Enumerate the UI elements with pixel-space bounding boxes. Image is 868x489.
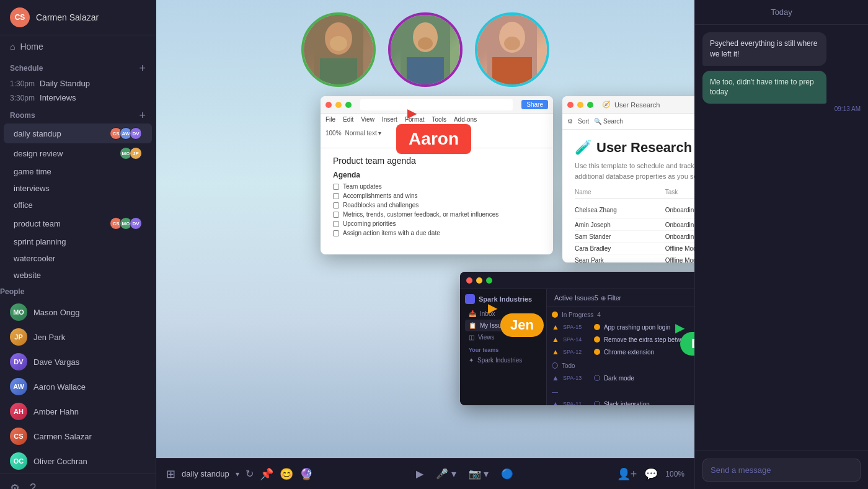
rooms-section-header: Rooms +	[0, 105, 156, 123]
notion-description: Use this template to schedule and track …	[575, 161, 694, 181]
notion-row-5: Sean Park Offline Mode February 4, 2022 …	[575, 254, 694, 262]
status-dot-3	[594, 349, 600, 355]
settings-icon[interactable]: ⚙	[10, 482, 20, 489]
room-name-product-team: product team	[14, 219, 61, 228]
avatar-mason: MO	[10, 303, 27, 321]
notion-breadcrumb: 🧭	[602, 101, 611, 109]
priority-icon-1: ▲	[552, 323, 559, 331]
play-button[interactable]: ▶	[416, 468, 423, 480]
notion-toolbar-search[interactable]: 🔍 Search	[594, 118, 622, 125]
refresh-icon[interactable]: ↻	[246, 468, 254, 480]
room-name-design-review: design review	[14, 149, 63, 158]
cursor-aaron: ▶	[407, 105, 417, 120]
agenda-item-4: Metrics, trends, customer feedback, or m…	[333, 211, 541, 218]
minimize-dot	[335, 102, 342, 108]
bottom-bar: ⊞ daily standup ▾ ↻ 📌 😊 🔮 ▶ 🎤 ▾ 📷 ▾ 🔵 👤+…	[156, 458, 694, 489]
agenda-item-2: Accomplishments and wins	[333, 192, 541, 199]
participant-2	[388, 12, 463, 87]
room-sprint-planning[interactable]: sprint planning	[4, 233, 152, 250]
add-schedule-button[interactable]: +	[139, 63, 146, 74]
room-name-game-time: game time	[14, 167, 51, 176]
room-website[interactable]: website	[4, 267, 152, 284]
menu-tools[interactable]: Tools	[432, 116, 446, 123]
screen-share-button[interactable]: 🔵	[501, 468, 513, 480]
chat-panel: Today Psyched everything is still where …	[694, 0, 868, 489]
menu-addons[interactable]: Add-ons	[454, 116, 477, 123]
person-oliver[interactable]: OC Oliver Cochran	[0, 449, 156, 473]
room-name-daily-standup: daily standup	[14, 129, 61, 138]
another-icon[interactable]: 🔮	[299, 467, 313, 481]
person-mason[interactable]: MO Mason Ongg	[0, 300, 156, 325]
participant-3	[475, 12, 549, 87]
avatar-amber: AH	[10, 403, 27, 420]
main-content: Share File Edit View Insert Format Tools…	[156, 0, 694, 489]
gdoc-content: Product team agenda Agenda Team updates …	[321, 148, 553, 246]
share-button[interactable]: Share	[521, 100, 548, 109]
schedule-item-standup[interactable]: 1:30pm Daily Standup	[0, 76, 156, 91]
room-office[interactable]: office	[4, 197, 152, 213]
message-time: 09:13 AM	[702, 105, 861, 112]
add-person-icon[interactable]: 👤+	[617, 467, 637, 481]
name-amber: Amber Hahn	[33, 407, 79, 416]
menu-insert[interactable]: Insert	[382, 116, 397, 123]
person-amber[interactable]: AH Amber Hahn	[0, 399, 156, 424]
standup-name: Daily Standup	[40, 79, 90, 88]
spark-icon: ✦	[469, 357, 474, 364]
window-gdoc: Share File Edit View Insert Format Tools…	[321, 96, 553, 254]
user-avatar: CS	[10, 7, 30, 27]
person-jen[interactable]: JP Jen Park	[0, 325, 156, 349]
linear-workspace-name: Spark Industries	[465, 294, 541, 304]
notion-toolbar-sort[interactable]: Sort	[578, 118, 589, 125]
window-linear: Spark Industries 📥 Inbox 📋 My Issues	[460, 272, 694, 405]
room-interviews[interactable]: interviews	[4, 180, 152, 197]
issue-spa15[interactable]: ▲ SPA-15 App crashing upon login Jan 6	[547, 321, 694, 333]
current-room-label: daily standup	[182, 469, 229, 478]
schedule-label: Schedule	[10, 64, 43, 73]
linear-sidebar-spark[interactable]: ✦ Spark Industries	[465, 354, 541, 366]
menu-view[interactable]: View	[361, 116, 374, 123]
rooms-label: Rooms	[10, 111, 35, 120]
chat-icon[interactable]: 💬	[644, 467, 658, 481]
notion-page-title: 🧪 User Research	[575, 140, 694, 156]
meeting-background: Share File Edit View Insert Format Tools…	[156, 0, 694, 458]
pin-icon[interactable]: 📌	[260, 467, 273, 481]
person-aaron[interactable]: AW Aaron Wallace	[0, 374, 156, 399]
room-watercooler[interactable]: watercooler	[4, 250, 152, 267]
room-game-time[interactable]: game time	[4, 163, 152, 180]
emoji-icon[interactable]: 😊	[280, 467, 293, 481]
avatar-jen: JP	[10, 328, 27, 346]
person-carmen[interactable]: CS Carmen Salazar	[0, 424, 156, 449]
nav-home[interactable]: ⌂ Home	[0, 35, 156, 58]
issue-spa12[interactable]: ▲ SPA-12 Chrome extension Jan 6	[547, 346, 694, 358]
menu-edit[interactable]: Edit	[343, 116, 353, 123]
room-daily-standup[interactable]: daily standup CS AW DV	[4, 123, 152, 143]
menu-file[interactable]: File	[326, 116, 335, 123]
schedule-item-interviews[interactable]: 3:30pm Interviews	[0, 91, 156, 105]
issue-spa14[interactable]: ▲ SPA-14 Remove the extra step between G…	[547, 333, 694, 346]
room-chevron-icon[interactable]: ▾	[236, 470, 239, 478]
name-aaron: Aaron Wallace	[33, 382, 86, 392]
add-room-button[interactable]: +	[139, 110, 146, 121]
todo-icon	[552, 362, 558, 369]
window-notion: 🧭 User Research Share ⋯ ⚙ Sort 🔍 Search …	[562, 96, 694, 262]
svg-rect-10	[492, 57, 532, 84]
camera-button[interactable]: 📷 ▾	[469, 468, 489, 480]
name-jen: Jen Park	[33, 333, 65, 342]
mic-button[interactable]: 🎤 ▾	[436, 468, 456, 480]
svg-rect-6	[407, 57, 444, 84]
url-bar	[360, 99, 513, 110]
linear-sidebar: Spark Industries 📥 Inbox 📋 My Issues	[460, 289, 547, 405]
issue-spa13[interactable]: ▲ SPA-13 Dark mode Jan 6	[547, 372, 694, 384]
person-dave[interactable]: DV Dave Vargas	[0, 349, 156, 374]
notion-row-1: Chelsea Zhang Onboarding Flow January 14…	[575, 201, 694, 219]
gdoc-title: Product team agenda	[333, 156, 541, 166]
room-name-interviews: interviews	[14, 184, 50, 193]
grid-icon[interactable]: ⊞	[166, 467, 175, 481]
agenda-item-1: Team updates	[333, 183, 541, 190]
help-icon[interactable]: ?	[30, 482, 36, 489]
chat-input[interactable]	[702, 459, 861, 482]
filter-label[interactable]: ⊕ Filter	[601, 295, 621, 302]
room-design-review[interactable]: design review MO JP	[4, 143, 152, 163]
room-product-team[interactable]: product team CS MO DV	[4, 213, 152, 233]
issue-spa11[interactable]: ▲ SPA-11 Slack integration Jan 6	[547, 398, 694, 405]
